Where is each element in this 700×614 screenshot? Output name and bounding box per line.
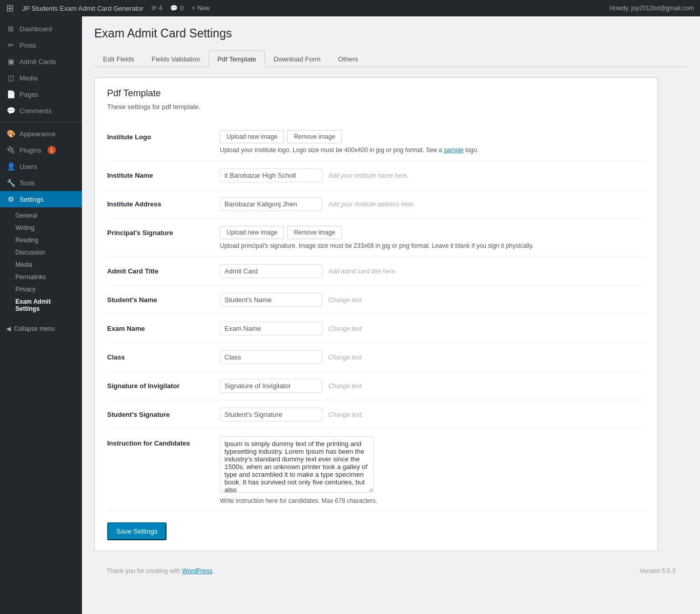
sidebar-label-posts: Posts: [19, 41, 36, 49]
submenu-permalinks[interactable]: Permalinks: [0, 271, 82, 283]
label-admit-card-title: Admit Card Title: [107, 257, 220, 286]
instruction-desc: Write instruction here for candidates. M…: [220, 497, 645, 504]
row-institute-logo: Institute Logo Upload new image Remove i…: [107, 123, 645, 161]
institute-name-input[interactable]: [220, 168, 322, 182]
sidebar-label-tools: Tools: [19, 179, 35, 187]
sidebar-item-admit-cards[interactable]: ▣ Admit Cards: [0, 53, 82, 70]
remove-signature-button[interactable]: Remove image: [287, 226, 342, 239]
row-students-name: Student's Name Change text.: [107, 286, 645, 314]
label-principals-signature: Principal's Signature: [107, 219, 220, 257]
sidebar-label-comments: Comments: [19, 107, 52, 115]
upload-logo-button[interactable]: Upload new image: [220, 130, 284, 143]
admit-cards-icon: ▣: [6, 57, 15, 66]
sidebar-item-media[interactable]: ◫ Media: [0, 70, 82, 86]
submenu-discussion[interactable]: Discussion: [0, 246, 82, 259]
sidebar-item-dashboard[interactable]: ⊞ Dashboard: [0, 20, 82, 37]
institute-name-hint: Add your institute name here.: [328, 172, 409, 179]
submenu-privacy[interactable]: Privacy: [0, 283, 82, 295]
students-name-input[interactable]: [220, 293, 322, 307]
collapse-menu-button[interactable]: ◀ Collapse menu: [0, 321, 82, 336]
updates-icon: ⟳: [152, 5, 157, 12]
field-students-name: Change text.: [220, 286, 645, 314]
site-name: JP Students Exam Admit Card Generator: [22, 5, 143, 12]
row-exam-name: Exam Name Change text.: [107, 314, 645, 343]
sidebar-item-plugins[interactable]: 🔌 Plugins 1: [0, 142, 82, 158]
students-name-hint: Change text.: [328, 297, 363, 304]
howdy-text: Howdy, joy2012bd@gmail.com: [609, 5, 694, 12]
row-institute-name: Institute Name Add your institute name h…: [107, 161, 645, 190]
sidebar-label-appearance: Appearance: [19, 130, 55, 138]
page-title: Exam Admit Card Settings: [94, 27, 688, 40]
class-input[interactable]: [220, 350, 322, 364]
tab-others[interactable]: Others: [330, 51, 367, 67]
label-exam-name: Exam Name: [107, 314, 220, 343]
sidebar-item-settings[interactable]: ⚙ Settings: [0, 191, 82, 207]
submenu-writing[interactable]: Writing: [0, 222, 82, 234]
label-students-signature: Student's Signature: [107, 400, 220, 429]
submenu-exam-admit-settings[interactable]: Exam Admit Settings: [0, 295, 82, 315]
admit-card-title-input[interactable]: [220, 264, 322, 278]
collapse-label: Collapse menu: [14, 325, 55, 332]
admin-bar: ⊞ JP Students Exam Admit Card Generator …: [0, 0, 700, 16]
dashboard-icon: ⊞: [6, 25, 15, 33]
sidebar-label-media: Media: [19, 74, 37, 82]
signature-invigilator-hint: Change text.: [328, 383, 363, 390]
row-principals-signature: Principal's Signature Upload new image R…: [107, 219, 645, 257]
tab-pdf-template[interactable]: Pdf Template: [209, 51, 265, 67]
sidebar-label-admit-cards: Admit Cards: [19, 58, 56, 66]
comment-icon: 💬: [170, 5, 178, 12]
sidebar: ⊞ Dashboard ✏ Posts ▣ Admit Cards ◫ Medi…: [0, 16, 82, 614]
submenu-media[interactable]: Media: [0, 259, 82, 271]
sidebar-item-pages[interactable]: 📄 Pages: [0, 86, 82, 102]
tab-fields-validation[interactable]: Fields Validation: [143, 51, 209, 67]
comments-item[interactable]: 💬 0: [170, 5, 183, 12]
new-item[interactable]: + New: [192, 5, 210, 12]
field-exam-name: Change text.: [220, 314, 645, 343]
institute-address-hint: Add your institute address here.: [328, 201, 415, 208]
label-institute-address: Institute Address: [107, 190, 220, 219]
save-wrap: Save Settings: [107, 522, 645, 540]
footer: Thank you for creating with WordPress. V…: [94, 561, 688, 581]
main-content: Exam Admit Card Settings Edit Fields Fie…: [82, 16, 700, 614]
collapse-icon: ◀: [6, 325, 11, 332]
signature-invigilator-input[interactable]: [220, 379, 322, 393]
sidebar-item-posts[interactable]: ✏ Posts: [0, 37, 82, 53]
field-admit-card-title: Add admit card title here.: [220, 257, 645, 286]
field-institute-address: Add your institute address here.: [220, 190, 645, 219]
row-institute-address: Institute Address Add your institute add…: [107, 190, 645, 219]
sidebar-label-pages: Pages: [19, 91, 38, 98]
field-students-signature: Change text.: [220, 400, 645, 429]
field-signature-invigilator: Change text.: [220, 372, 645, 400]
settings-panel: Pdf Template These settings for pdf temp…: [94, 77, 658, 551]
field-institute-name: Add your institute name here.: [220, 161, 645, 190]
students-signature-input[interactable]: [220, 408, 322, 421]
row-instruction: Instruction for Candidates Ipsum is simp…: [107, 429, 645, 512]
tab-bar: Edit Fields Fields Validation Pdf Templa…: [94, 51, 688, 67]
media-icon: ◫: [6, 74, 15, 82]
tab-edit-fields[interactable]: Edit Fields: [94, 51, 143, 67]
tab-download-form[interactable]: Download Form: [265, 51, 330, 67]
label-institute-logo: Institute Logo: [107, 123, 220, 161]
sidebar-item-tools[interactable]: 🔧 Tools: [0, 175, 82, 191]
label-institute-name: Institute Name: [107, 161, 220, 190]
submenu-general[interactable]: General: [0, 209, 82, 222]
wordpress-link[interactable]: WordPress: [182, 567, 212, 575]
sidebar-label-settings: Settings: [19, 196, 44, 203]
updates-item[interactable]: ⟳ 4: [152, 5, 162, 12]
remove-logo-button[interactable]: Remove image: [287, 130, 342, 143]
instruction-textarea[interactable]: Ipsum is simply dummy text of the printi…: [220, 436, 374, 493]
exam-name-input[interactable]: [220, 322, 322, 335]
sidebar-label-users: Users: [19, 163, 37, 171]
row-students-signature: Student's Signature Change text.: [107, 400, 645, 429]
logo-upload-desc: Upload your institute logo. Logo size mu…: [220, 146, 645, 154]
submenu-reading[interactable]: Reading: [0, 234, 82, 246]
sidebar-item-comments[interactable]: 💬 Comments: [0, 102, 82, 119]
institute-address-input[interactable]: [220, 197, 322, 211]
field-principals-signature: Upload new image Remove image Upload pri…: [220, 219, 645, 257]
sidebar-item-users[interactable]: 👤 Users: [0, 158, 82, 175]
save-settings-button[interactable]: Save Settings: [107, 522, 167, 540]
upload-signature-button[interactable]: Upload new image: [220, 226, 284, 239]
sidebar-item-appearance[interactable]: 🎨 Appearance: [0, 125, 82, 142]
sample-logo-link[interactable]: sample: [444, 146, 464, 154]
comments-icon: 💬: [6, 107, 15, 115]
